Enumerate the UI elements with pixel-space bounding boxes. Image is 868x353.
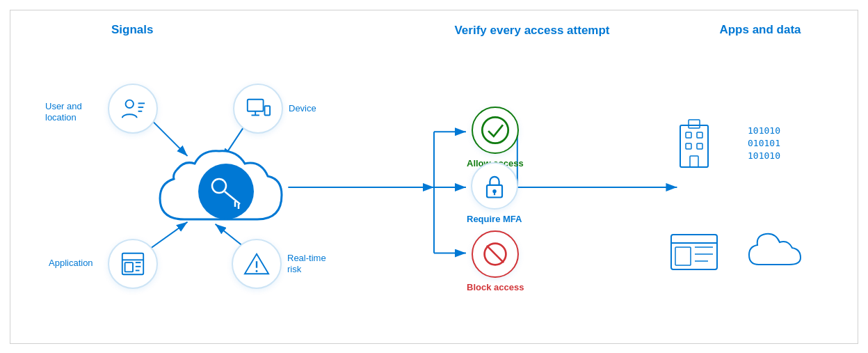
- arrows-svg: [10, 10, 858, 343]
- app-window-icon: [670, 233, 718, 272]
- svg-rect-42: [686, 132, 691, 138]
- svg-rect-45: [697, 143, 702, 149]
- binary-data-icon: 101010 010101 101010: [746, 118, 802, 174]
- verify-title: Verify every access attempt: [449, 23, 616, 38]
- block-access-outcome: Block access: [467, 230, 524, 292]
- cloud-key-container: [146, 129, 306, 240]
- device-label: Device: [289, 103, 316, 113]
- allow-access-outcome: Allow access: [467, 107, 524, 168]
- allow-access-circle: [472, 107, 519, 154]
- realtime-risk-icon-circle: [232, 239, 282, 289]
- diagram-container: Signals User andlocation Device: [10, 10, 858, 344]
- application-label: Application: [49, 258, 93, 268]
- building-icon: [670, 118, 718, 174]
- svg-rect-53: [675, 247, 691, 265]
- apps-data-title: Apps and data: [684, 23, 837, 37]
- block-access-circle: [472, 230, 519, 278]
- user-location-label: User andlocation: [45, 101, 82, 125]
- svg-rect-51: [671, 235, 717, 269]
- application-icon-circle: [108, 239, 158, 289]
- svg-point-13: [126, 100, 134, 107]
- svg-rect-17: [248, 99, 264, 111]
- signals-title: Signals: [111, 23, 153, 37]
- svg-line-40: [487, 245, 504, 262]
- svg-text:010101: 010101: [748, 138, 780, 148]
- svg-point-21: [198, 164, 254, 219]
- block-access-label: Block access: [467, 282, 524, 292]
- require-mfa-label: Require MFA: [467, 214, 522, 224]
- svg-rect-47: [689, 120, 700, 128]
- realtime-risk-label: Real-timerisk: [287, 253, 326, 276]
- svg-text:101010: 101010: [748, 125, 780, 136]
- svg-point-34: [256, 270, 258, 272]
- svg-rect-43: [697, 132, 702, 138]
- require-mfa-outcome: Require MFA: [467, 162, 522, 224]
- svg-point-35: [482, 117, 508, 143]
- svg-rect-41: [680, 125, 708, 167]
- device-icon-circle: [233, 84, 283, 134]
- svg-point-37: [492, 189, 497, 193]
- svg-rect-20: [265, 106, 271, 115]
- svg-text:101010: 101010: [748, 150, 780, 161]
- require-mfa-circle: [471, 162, 518, 210]
- svg-rect-46: [690, 156, 698, 167]
- apps-cloud-icon: [746, 230, 802, 272]
- svg-rect-44: [686, 143, 691, 149]
- user-location-icon-circle: [108, 84, 158, 134]
- svg-rect-28: [125, 262, 133, 272]
